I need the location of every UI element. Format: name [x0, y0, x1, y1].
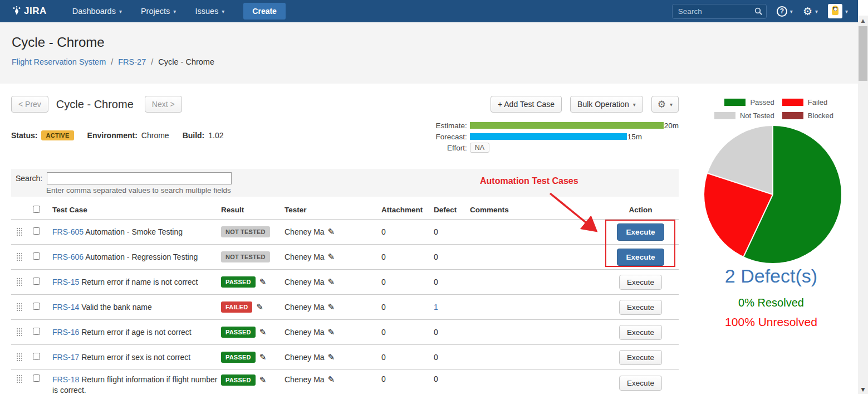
header-attachment: Attachment: [381, 206, 434, 214]
drag-handle-cell: [11, 227, 33, 236]
result-edit-pencil-icon[interactable]: ✎: [259, 277, 267, 287]
row-checkbox[interactable]: [33, 353, 40, 360]
next-button[interactable]: Next >: [145, 96, 182, 113]
nav-projects[interactable]: Projects ▾: [133, 7, 184, 16]
row-checkbox[interactable]: [33, 278, 40, 285]
result-edit-pencil-icon[interactable]: ✎: [256, 302, 263, 312]
tester-cell: Cheney Ma ✎: [285, 352, 381, 362]
chevron-down-icon: ▾: [815, 8, 818, 14]
test-case-link[interactable]: FRS-14: [52, 303, 79, 312]
breadcrumb-issue-link[interactable]: FRS-27: [118, 57, 146, 66]
legend-label: Failed: [808, 98, 827, 106]
execute-button[interactable]: Execute: [619, 350, 662, 365]
row-checkbox-cell: [33, 252, 52, 261]
action-cell: Execute: [602, 376, 679, 391]
defect-count: 0: [434, 374, 470, 383]
test-case-link[interactable]: FRS-15: [52, 278, 79, 286]
drag-handle-icon[interactable]: [16, 278, 22, 286]
drag-handle-icon[interactable]: [16, 303, 22, 312]
tester-edit-pencil-icon[interactable]: ✎: [328, 277, 335, 287]
prev-button[interactable]: < Prev: [11, 96, 48, 113]
defects-count: 2 Defect(s): [690, 265, 852, 287]
header-test-case: Test Case: [52, 205, 221, 215]
row-checkbox[interactable]: [33, 374, 40, 382]
test-case-link[interactable]: FRS-606: [52, 252, 84, 261]
tester-cell: Cheney Ma ✎: [285, 277, 381, 287]
search-panel: Search: Enter comma separated values to …: [11, 169, 679, 197]
settings-menu[interactable]: ⚙ ▾: [803, 6, 818, 17]
row-checkbox[interactable]: [33, 328, 40, 335]
jira-logo[interactable]: JIRA: [11, 6, 47, 17]
forecast-bar: [470, 133, 627, 140]
drag-handle-icon[interactable]: [16, 227, 22, 236]
search-hint: Enter comma separated values to search m…: [46, 186, 231, 194]
bulk-operation-button[interactable]: Bulk Operation ▾: [570, 96, 643, 113]
execute-button[interactable]: Execute: [619, 376, 662, 391]
tester-edit-pencil-icon[interactable]: ✎: [328, 374, 335, 385]
row-checkbox[interactable]: [33, 252, 40, 260]
test-case-link[interactable]: FRS-605: [52, 227, 84, 236]
result-edit-pencil-icon[interactable]: ✎: [259, 352, 267, 362]
estimate-value: 20m: [664, 121, 679, 130]
add-test-case-button[interactable]: + Add Test Case: [491, 96, 562, 113]
search-icon[interactable]: [754, 7, 763, 16]
tester-name: Cheney Ma: [285, 252, 325, 261]
drag-handle-cell: [11, 353, 33, 362]
user-menu[interactable]: ▾: [828, 4, 848, 18]
vertical-scrollbar[interactable]: ▲ ▼: [858, 16, 868, 394]
tester-edit-pencil-icon[interactable]: ✎: [328, 352, 335, 362]
execute-button[interactable]: Execute: [619, 325, 662, 340]
tester-edit-pencil-icon[interactable]: ✎: [328, 252, 335, 262]
help-menu[interactable]: ? ▾: [777, 6, 793, 17]
test-case-cell: FRS-605 Automation - Smoke Testing: [52, 227, 221, 237]
result-edit-pencil-icon[interactable]: ✎: [259, 375, 267, 385]
result-edit-pencil-icon[interactable]: ✎: [259, 327, 267, 337]
search-input[interactable]: [672, 4, 767, 19]
scroll-up-icon[interactable]: ▲: [858, 16, 868, 25]
row-checkbox[interactable]: [33, 227, 40, 235]
nav-issues[interactable]: Issues ▾: [187, 7, 232, 16]
header-tester: Tester: [285, 206, 381, 214]
execute-button[interactable]: Execute: [617, 223, 665, 241]
drag-handle-icon[interactable]: [16, 374, 22, 383]
drag-handle-icon[interactable]: [16, 328, 22, 337]
drag-handle-icon[interactable]: [16, 252, 22, 261]
row-checkbox-cell: [33, 374, 52, 383]
row-checkbox-cell: [33, 353, 52, 362]
action-cell: Execute: [602, 249, 679, 266]
drag-handle-cell: [11, 374, 33, 383]
result-badge: PASSED: [221, 352, 256, 363]
scrollbar-thumb[interactable]: [859, 26, 867, 81]
test-case-link[interactable]: FRS-18: [52, 375, 79, 384]
row-checkbox[interactable]: [33, 303, 40, 310]
result-cell: PASSED ✎: [221, 352, 285, 363]
test-case-cell: FRS-15 Return error if name is not corre…: [52, 277, 221, 288]
search-label: Search:: [16, 174, 42, 183]
execute-button[interactable]: Execute: [619, 275, 662, 290]
breadcrumb-project-link[interactable]: Flight Reservation System: [12, 57, 106, 66]
test-case-link[interactable]: FRS-17: [52, 353, 79, 362]
tester-edit-pencil-icon[interactable]: ✎: [328, 327, 335, 337]
estimate-row: Estimate: 20m: [427, 120, 679, 131]
drag-handle-icon[interactable]: [16, 353, 22, 362]
tester-cell: Cheney Ma ✎: [285, 374, 381, 385]
tester-edit-pencil-icon[interactable]: ✎: [328, 227, 335, 237]
create-button[interactable]: Create: [243, 3, 286, 20]
test-case-link[interactable]: FRS-16: [52, 328, 79, 337]
test-case-title: Return error if sex is not correct: [81, 353, 190, 362]
legend-label: Blocked: [808, 111, 833, 120]
execute-button[interactable]: Execute: [619, 300, 662, 315]
tester-edit-pencil-icon[interactable]: ✎: [328, 302, 335, 312]
execute-button[interactable]: Execute: [617, 249, 665, 266]
nav-right: ? ▾ ⚙ ▾ ▾: [672, 4, 868, 19]
scroll-down-icon[interactable]: ▼: [858, 385, 868, 394]
table-search-input[interactable]: [47, 172, 232, 184]
nav-dashboards[interactable]: Dashboards ▾: [65, 7, 130, 16]
breadcrumb-current: Cycle - Chrome: [158, 57, 214, 66]
defects-unresolved: 100% Unresolved: [690, 315, 852, 329]
row-checkbox-cell: [33, 303, 52, 312]
test-case-title: Return error if age is not correct: [81, 328, 192, 337]
select-all-checkbox[interactable]: [33, 206, 40, 213]
legend-swatch: [724, 99, 746, 106]
cycle-settings-button[interactable]: ⚙ ▾: [651, 96, 679, 113]
